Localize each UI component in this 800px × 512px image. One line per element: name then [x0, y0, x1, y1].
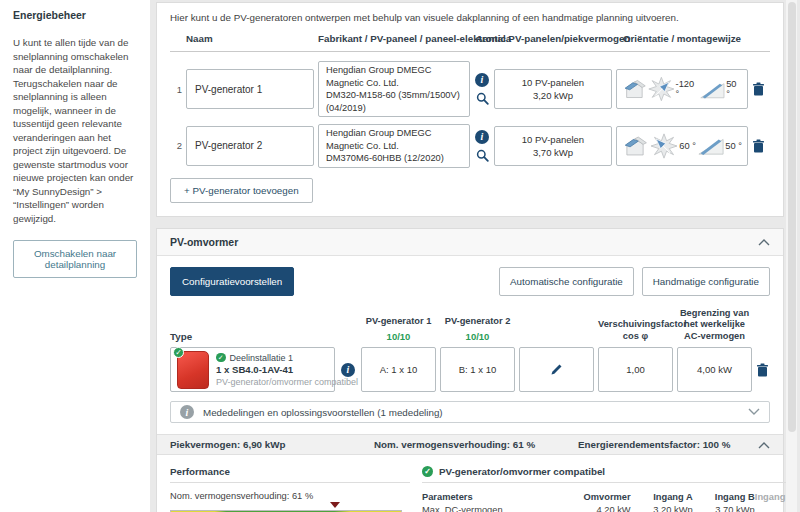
generator-row: 1 PV-generator 1 Hengdian Group DMEGC Ma… — [170, 61, 770, 117]
panel-search-button[interactable] — [476, 149, 489, 162]
switch-to-detail-planning-button[interactable]: Omschakelen naar detailplanning — [13, 240, 137, 278]
generator-table-header: Naam Fabrikant / PV-paneel / paneel-elek… — [170, 33, 770, 52]
check-icon — [173, 347, 184, 358]
panel-search-button[interactable] — [476, 92, 489, 105]
edit-configuration-box[interactable] — [519, 347, 594, 392]
generator-name-input[interactable]: PV-generator 1 — [186, 69, 314, 109]
results-summary-bar[interactable]: Piekvermogen: 6,90 kWp Nom. vermogensver… — [157, 434, 783, 455]
panel-selection-box[interactable]: Hengdian Group DMEGC Magnetic Co. Ltd. D… — [318, 124, 470, 168]
scrollbar-thumb[interactable] — [788, 2, 796, 432]
messages-text: Mededelingen en oplossingsvoorstellen (1… — [203, 407, 443, 418]
trash-icon — [752, 139, 765, 153]
panel-count: 10 PV-panelen — [522, 133, 584, 146]
manual-configuration-button[interactable]: Handmatige configuratie — [642, 267, 770, 296]
header-type: Type — [170, 331, 335, 342]
info-icon — [180, 405, 194, 419]
cos-phi-box[interactable]: 1,00 — [598, 347, 673, 392]
trash-icon — [756, 363, 769, 377]
inverter-config-row: Deelinstallatie 1 1 x SB4.0-1AV-41 PV-ge… — [170, 347, 770, 392]
header-generator-1: PV-generator 1 10/10 — [361, 316, 436, 342]
delete-generator-button[interactable] — [752, 82, 770, 96]
inverter-body: Configuratievoorstellen Automatische con… — [157, 256, 783, 424]
search-icon — [476, 149, 489, 162]
panel-count-box[interactable]: 10 PV-panelen 3,70 kWp — [494, 126, 612, 166]
performance-column: Performance Nom. vermogensverhouding: 61… — [170, 466, 410, 512]
energy-factor-summary: Energierendementsfactor: 100 % — [578, 439, 758, 450]
header-orientation: Oriëntatie / montagewijze — [623, 33, 741, 44]
orientation-box[interactable]: 60 ° 50 ° — [616, 126, 748, 166]
search-icon — [476, 92, 489, 105]
generator-name-input[interactable]: PV-generator 2 — [186, 126, 314, 166]
config-table-header: Type PV-generator 1 10/10 PV-generator 2… — [170, 308, 770, 343]
gauge-marker — [330, 502, 340, 508]
detail-columns: Performance Nom. vermogensverhouding: 61… — [157, 455, 783, 512]
subinstallation-name: Deelinstallatie 1 — [230, 352, 294, 364]
performance-title: Performance — [170, 466, 410, 483]
delete-inverter-button[interactable] — [756, 363, 772, 377]
inverter-type-box[interactable]: Deelinstallatie 1 1 x SB4.0-1AV-41 PV-ge… — [170, 347, 335, 392]
configuration-proposals-button[interactable]: Configuratievoorstellen — [170, 267, 294, 296]
inverter-product-image — [177, 351, 209, 389]
chevron-up-icon — [758, 238, 770, 246]
roof-tilt-icon — [698, 136, 724, 155]
info-icon — [475, 130, 489, 144]
power-ratio-summary: Nom. vermogensverhouding: 61 % — [374, 439, 578, 450]
pv-generators-panel: Hier kunt u de PV-generatoren ontwerpen … — [156, 2, 784, 217]
inverter-model: 1 x SB4.0-1AV-41 — [216, 364, 328, 376]
automatic-configuration-button[interactable]: Automatische configuratie — [499, 267, 634, 296]
azimuth-value: -120 ° — [676, 79, 700, 99]
parameter-row: Max. DC-vermogen 4,20 kW 3,20 kWp 3,70 k… — [422, 504, 795, 512]
compatibility-status: PV-generator/omvormer compatibel — [216, 376, 328, 388]
azimuth-value: 60 ° — [679, 141, 696, 151]
panel-model: DM370M6-60HBB (12/2020) — [326, 152, 462, 165]
chevron-down-icon — [748, 408, 760, 416]
house-icon — [622, 134, 648, 158]
generator-2-assignment: 10/10 — [440, 331, 515, 343]
sidebar: Energiebeheer U kunt te allen tijde van … — [0, 0, 150, 512]
parameters-column: PV-generator/omvormer compatibel Paramet… — [422, 466, 795, 512]
chevron-up-icon — [758, 441, 770, 449]
header-manufacturer: Fabrikant / PV-paneel / paneel-elektroni… — [318, 33, 490, 44]
orientation-box[interactable]: -120 ° 50 ° — [616, 69, 748, 109]
info-icon — [341, 363, 355, 377]
delete-generator-button[interactable] — [752, 139, 770, 153]
panel-model: DM320-M158-60 (35mm/1500V) (04/2019) — [326, 89, 462, 114]
panel-actions — [474, 130, 490, 162]
panel-count: 10 PV-panelen — [522, 76, 584, 89]
panel-selection-box[interactable]: Hengdian Group DMEGC Magnetic Co. Ltd. D… — [318, 61, 470, 117]
panel-info-button[interactable] — [475, 130, 489, 144]
pencil-icon — [550, 363, 563, 376]
inverter-info-button[interactable] — [339, 363, 357, 377]
peak-power: 3,70 kWp — [533, 146, 573, 159]
panel-info-button[interactable] — [475, 73, 489, 87]
check-icon — [216, 353, 226, 363]
add-generator-button[interactable]: + PV-generator toevoegen — [170, 178, 313, 203]
vertical-scrollbar[interactable] — [786, 0, 797, 512]
peak-power: 3,20 kWp — [533, 89, 573, 102]
tilt-value: 50 ° — [725, 141, 742, 151]
generator-1-assignment: 10/10 — [361, 331, 436, 343]
row-number: 2 — [170, 140, 182, 151]
panel-count-box[interactable]: 10 PV-panelen 3,20 kWp — [494, 69, 612, 109]
parameters-table-header: Parameters Omvormer Ingang A Ingang B In… — [422, 491, 795, 504]
ac-limit-box[interactable]: 4,00 kW — [677, 347, 752, 392]
input-b-box[interactable]: B: 1 x 10 — [440, 347, 515, 392]
header-cos-phi: Verschuivingsfactor cos φ — [598, 319, 673, 342]
sidebar-description: U kunt te allen tijde van de snelplannin… — [13, 36, 137, 225]
main-content: Hier kunt u de PV-generatoren ontwerpen … — [156, 2, 784, 512]
generator-row: 2 PV-generator 2 Hengdian Group DMEGC Ma… — [170, 124, 770, 168]
header-ac-limit: Begrenzing van het werkelijke AC-vermoge… — [677, 308, 752, 343]
compatibility-header: PV-generator/omvormer compatibel — [422, 466, 795, 483]
tilt-value: 50 ° — [726, 79, 742, 99]
roof-tilt-icon — [700, 80, 725, 99]
info-icon — [475, 73, 489, 87]
pv-inverter-panel: PV-omvormer Configuratievoorstellen Auto… — [156, 228, 784, 512]
trash-icon — [752, 82, 765, 96]
header-name: Naam — [186, 33, 314, 44]
header-panel-count: Aantal PV-panelen/piekvermogen — [476, 33, 631, 44]
pv-inverter-section-header[interactable]: PV-omvormer — [157, 229, 783, 256]
sidebar-title: Energiebeheer — [13, 9, 137, 21]
messages-bar[interactable]: Mededelingen en oplossingsvoorstellen (1… — [170, 401, 770, 423]
input-a-box[interactable]: A: 1 x 10 — [361, 347, 436, 392]
panel-manufacturer: Hengdian Group DMEGC Magnetic Co. Ltd. — [326, 127, 462, 152]
